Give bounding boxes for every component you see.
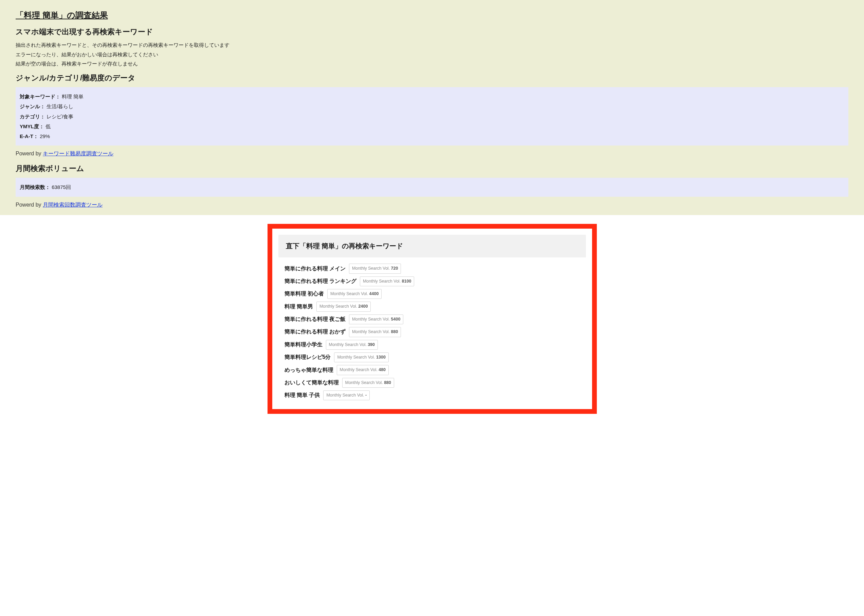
row-target-keyword: 対象キーワード： 料理 簡単 <box>20 93 844 101</box>
keyword-row: 簡単料理小学生Monthly Search Vol. 390 <box>278 338 586 351</box>
page-title: 「料理 簡単」の調査結果 <box>16 9 848 21</box>
direct-keywords-panel: 直下「料理 簡単」の再検索キーワード 簡単に作れる料理 メインMonthly S… <box>268 224 597 414</box>
keyword-row: 簡単に作れる料理 ランキングMonthly Search Vol. 8100 <box>278 275 586 288</box>
keyword-row: 料理 簡単 子供Monthly Search Vol. - <box>278 389 586 402</box>
keyword-term: 料理 簡単 子供 <box>284 391 320 399</box>
monthly-search-vol-badge: Monthly Search Vol. - <box>323 390 370 400</box>
keyword-row: おいしくて簡単な料理Monthly Search Vol. 880 <box>278 377 586 389</box>
row-genre: ジャンル： 生活/暮らし <box>20 102 844 110</box>
section-sp-header: スマホ端末で出現する再検索キーワード <box>16 26 848 38</box>
sp-note: 結果が空の場合は、再検索キーワードが存在しません <box>16 60 848 68</box>
keyword-row: 簡単に作れる料理 夜ご飯Monthly Search Vol. 5400 <box>278 313 586 326</box>
keyword-row: 簡単に作れる料理 おかずMonthly Search Vol. 880 <box>278 326 586 338</box>
monthly-search-vol-badge: Monthly Search Vol. 880 <box>342 378 394 388</box>
keyword-term: 簡単に作れる料理 メイン <box>284 265 345 273</box>
category-label: カテゴリ： <box>20 114 45 119</box>
keyword-term: 簡単料理小学生 <box>284 341 323 349</box>
volume-info-card: 月間検索数： 63875回 <box>16 178 848 196</box>
sp-note: 抽出された再検索キーワードと、その再検索キーワードの再検索キーワードを取得してい… <box>16 41 848 49</box>
genre-label: ジャンル： <box>20 104 45 109</box>
monthly-search-vol-badge: Monthly Search Vol. 4400 <box>327 289 382 299</box>
target-keyword-label: 対象キーワード： <box>20 94 60 99</box>
monthly-search-vol-badge: Monthly Search Vol. 480 <box>337 365 389 375</box>
monthly-volume-value: 63875回 <box>52 184 71 190</box>
target-keyword-value: 料理 簡単 <box>62 94 84 99</box>
keyword-list: 簡単に作れる料理 メインMonthly Search Vol. 720簡単に作れ… <box>278 262 586 402</box>
keyword-term: めっちゃ簡単な料理 <box>284 366 333 374</box>
row-ymyl: YMYL度： 低 <box>20 123 844 130</box>
keyword-term: 簡単料理 初心者 <box>284 290 324 298</box>
genre-value: 生活/暮らし <box>47 104 73 109</box>
keyword-difficulty-tool-link[interactable]: キーワード難易度調査ツール <box>43 151 114 156</box>
keyword-row: めっちゃ簡単な料理Monthly Search Vol. 480 <box>278 364 586 376</box>
monthly-volume-tool-link[interactable]: 月間検索回数調査ツール <box>43 202 102 207</box>
keyword-term: 料理 簡単男 <box>284 303 313 311</box>
genre-info-card: 対象キーワード： 料理 簡単 ジャンル： 生活/暮らし カテゴリ： レシピ/食事… <box>16 87 848 146</box>
monthly-search-vol-badge: Monthly Search Vol. 5400 <box>349 314 403 324</box>
keyword-term: 簡単に作れる料理 ランキング <box>284 277 356 286</box>
monthly-search-vol-badge: Monthly Search Vol. 880 <box>349 327 401 337</box>
summary-block: 「料理 簡単」の調査結果 スマホ端末で出現する再検索キーワード 抽出された再検索… <box>0 0 864 215</box>
section-volume-header: 月間検索ボリューム <box>16 163 848 174</box>
powered-by-genre: Powerd by キーワード難易度調査ツール <box>16 149 848 158</box>
eat-label: E-A-T： <box>20 133 38 139</box>
direct-keywords-wrap: 直下「料理 簡単」の再検索キーワード 簡単に作れる料理 メインMonthly S… <box>268 224 597 414</box>
keyword-term: 簡単料理レシピ5分 <box>284 353 331 361</box>
direct-keywords-header: 直下「料理 簡単」の再検索キーワード <box>278 235 586 258</box>
section-genre-header: ジャンル/カテゴリ/難易度のデータ <box>16 72 848 84</box>
keyword-term: おいしくて簡単な料理 <box>284 379 339 387</box>
ymyl-value: 低 <box>46 124 50 129</box>
monthly-volume-label: 月間検索数： <box>20 184 50 190</box>
keyword-term: 簡単に作れる料理 夜ご飯 <box>284 315 345 324</box>
monthly-search-vol-badge: Monthly Search Vol. 390 <box>326 340 378 350</box>
eat-value: 29% <box>40 133 50 139</box>
sp-note: エラーになったり、結果がおかしい場合は再検索してください <box>16 50 848 58</box>
category-value: レシピ/食事 <box>47 114 73 119</box>
row-monthly-volume: 月間検索数： 63875回 <box>20 183 844 191</box>
monthly-search-vol-badge: Monthly Search Vol. 2400 <box>316 302 371 311</box>
keyword-term: 簡単に作れる料理 おかず <box>284 328 345 336</box>
ymyl-label: YMYL度： <box>20 124 44 129</box>
powered-by-volume: Powerd by 月間検索回数調査ツール <box>16 201 848 209</box>
powered-prefix: Powerd by <box>16 151 43 156</box>
keyword-row: 料理 簡単男Monthly Search Vol. 2400 <box>278 300 586 313</box>
monthly-search-vol-badge: Monthly Search Vol. 1300 <box>334 352 388 362</box>
row-eat: E-A-T： 29% <box>20 132 844 140</box>
keyword-row: 簡単料理レシピ5分Monthly Search Vol. 1300 <box>278 351 586 364</box>
monthly-search-vol-badge: Monthly Search Vol. 8100 <box>360 277 414 286</box>
monthly-search-vol-badge: Monthly Search Vol. 720 <box>349 264 401 273</box>
powered-prefix: Powerd by <box>16 202 43 207</box>
keyword-row: 簡単に作れる料理 メインMonthly Search Vol. 720 <box>278 262 586 275</box>
keyword-row: 簡単料理 初心者Monthly Search Vol. 4400 <box>278 288 586 300</box>
row-category: カテゴリ： レシピ/食事 <box>20 113 844 120</box>
